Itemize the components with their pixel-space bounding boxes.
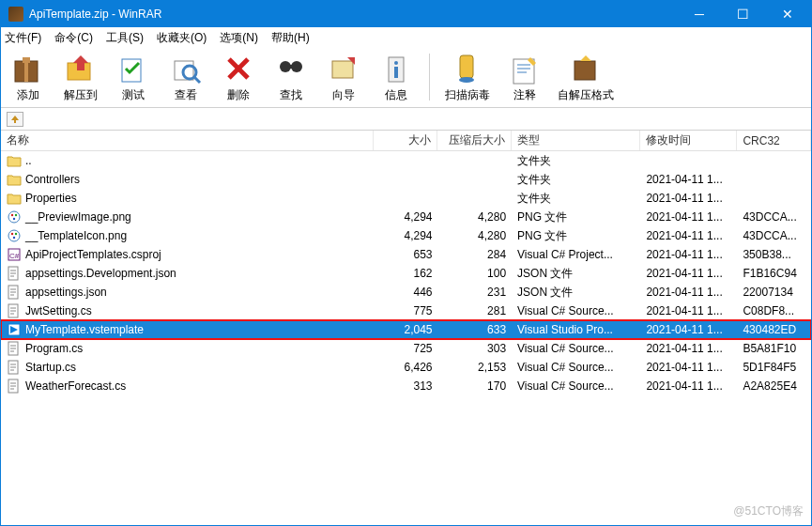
column-name[interactable]: 名称 — [1, 131, 374, 150]
wizard-button[interactable]: 向导 — [322, 52, 365, 103]
column-size[interactable]: 大小 — [374, 131, 438, 150]
file-date: 2021-04-11 1... — [640, 361, 737, 374]
file-name: WeatherForecast.cs — [25, 379, 126, 393]
table-row[interactable]: __TemplateIcon.png4,2944,280PNG 文件2021-0… — [1, 226, 811, 245]
file-date: 2021-04-11 1... — [640, 229, 737, 242]
menu-tools[interactable]: 工具(S) — [106, 30, 144, 46]
file-type: Visual C# Project... — [512, 248, 640, 261]
svg-rect-2 — [24, 61, 28, 82]
maximize-button[interactable]: ☐ — [721, 1, 764, 27]
column-type[interactable]: 类型 — [512, 131, 640, 150]
file-name: appsettings.Development.json — [25, 267, 176, 280]
file-crc: B5A81F10 — [737, 342, 811, 355]
table-row[interactable]: appsettings.json446231JSON 文件2021-04-11 … — [1, 283, 811, 302]
find-icon — [274, 52, 308, 85]
table-row[interactable]: ..文件夹 — [1, 151, 811, 170]
app-icon — [8, 7, 23, 22]
scan-icon — [451, 52, 484, 85]
sfx-icon — [569, 52, 603, 85]
file-crc: 430482ED — [737, 323, 811, 336]
menu-favorites[interactable]: 收藏夹(O) — [157, 30, 207, 46]
file-icon — [7, 191, 22, 206]
file-name: __PreviewImage.png — [25, 210, 131, 224]
file-date: 2021-04-11 1... — [640, 379, 737, 393]
table-row[interactable]: Program.cs725303Visual C# Source...2021-… — [1, 339, 811, 358]
scan-button[interactable]: 扫描病毒 — [441, 52, 494, 103]
table-row[interactable]: appsettings.Development.json162100JSON 文… — [1, 264, 811, 283]
tool-label: 删除 — [227, 87, 250, 103]
find-button[interactable]: 查找 — [269, 52, 313, 103]
svg-point-35 — [13, 237, 15, 239]
window-title: ApiTemplate.zip - WinRAR — [29, 8, 678, 21]
file-name: MyTemplate.vstemplate — [25, 323, 144, 336]
file-crc: 22007134 — [737, 286, 811, 299]
test-icon — [116, 52, 150, 85]
file-csize: 284 — [438, 248, 513, 261]
table-row[interactable]: MyTemplate.vstemplate2,045633Visual Stud… — [1, 320, 811, 339]
menu-command[interactable]: 命令(C) — [54, 30, 93, 46]
navbar — [1, 108, 811, 131]
menu-options[interactable]: 选项(N) — [220, 30, 258, 46]
file-type: PNG 文件 — [512, 209, 640, 225]
menu-help[interactable]: 帮助(H) — [271, 30, 310, 46]
file-name: .. — [25, 154, 32, 167]
table-row[interactable]: __PreviewImage.png4,2944,280PNG 文件2021-0… — [1, 208, 811, 226]
wizard-icon — [327, 52, 360, 85]
up-button[interactable] — [7, 112, 23, 127]
file-size: 313 — [374, 379, 438, 393]
view-button[interactable]: 查看 — [164, 52, 207, 103]
delete-icon — [222, 52, 255, 85]
sfx-button[interactable]: 自解压格式 — [556, 52, 616, 103]
file-type: Visual C# Source... — [512, 304, 640, 317]
file-name: Properties — [25, 192, 77, 205]
svg-rect-13 — [283, 65, 299, 69]
svg-point-28 — [8, 211, 20, 223]
file-icon — [7, 209, 22, 224]
add-button[interactable]: 添加 — [7, 52, 50, 103]
tool-label: 添加 — [17, 87, 39, 103]
file-crc: F1B16C94 — [737, 267, 811, 280]
file-type: Visual C# Source... — [512, 379, 640, 393]
file-crc: 43DCCA... — [737, 229, 811, 242]
toolbar-separator — [429, 54, 430, 101]
titlebar[interactable]: ApiTemplate.zip - WinRAR ─ ☐ ✕ — [1, 1, 811, 27]
file-type: 文件夹 — [512, 172, 640, 188]
table-row[interactable]: Startup.cs6,4262,153Visual C# Source...2… — [1, 358, 811, 377]
info-button[interactable]: 信息 — [375, 52, 418, 103]
file-name: Startup.cs — [25, 361, 76, 374]
table-row[interactable]: WeatherForecast.cs313170Visual C# Source… — [1, 377, 811, 395]
menu-file[interactable]: 文件(F) — [5, 30, 41, 46]
table-row[interactable]: Properties文件夹2021-04-11 1... — [1, 189, 811, 208]
file-type: PNG 文件 — [512, 228, 640, 244]
file-crc: 350B38... — [737, 248, 811, 261]
delete-button[interactable]: 删除 — [217, 52, 260, 103]
file-size: 775 — [374, 304, 438, 317]
file-date: 2021-04-11 1... — [640, 173, 737, 186]
file-crc: 43DCCA... — [737, 210, 811, 224]
tool-label: 测试 — [122, 87, 145, 103]
file-date: 2021-04-11 1... — [640, 210, 737, 224]
minimize-button[interactable]: ─ — [678, 1, 721, 27]
file-icon — [7, 360, 22, 375]
column-crc[interactable]: CRC32 — [737, 131, 811, 150]
column-date[interactable]: 修改时间 — [640, 131, 737, 150]
close-button[interactable]: ✕ — [764, 1, 811, 27]
extract-button[interactable]: 解压到 — [59, 52, 102, 103]
table-row[interactable]: Controllers文件夹2021-04-11 1... — [1, 170, 811, 189]
svg-marker-26 — [580, 55, 591, 61]
file-date: 2021-04-11 1... — [640, 323, 737, 336]
comment-button[interactable]: 注释 — [503, 52, 546, 103]
column-csize[interactable]: 压缩后大小 — [437, 131, 512, 150]
file-crc: 5D1F84F5 — [737, 361, 811, 374]
svg-point-33 — [11, 233, 13, 235]
file-date: 2021-04-11 1... — [640, 342, 737, 355]
file-icon — [7, 322, 22, 337]
tool-label: 查找 — [280, 87, 302, 103]
test-button[interactable]: 测试 — [112, 52, 155, 103]
file-icon — [7, 172, 22, 187]
table-row[interactable]: C#ApiProjectTemplates.csproj653284Visual… — [1, 245, 811, 264]
svg-point-17 — [394, 61, 398, 65]
table-row[interactable]: JwtSetting.cs775281Visual C# Source...20… — [1, 302, 811, 320]
file-list[interactable]: 名称 大小 压缩后大小 类型 修改时间 CRC32 ..文件夹Controlle… — [1, 131, 811, 525]
file-type: Visual Studio Pro... — [512, 323, 640, 336]
